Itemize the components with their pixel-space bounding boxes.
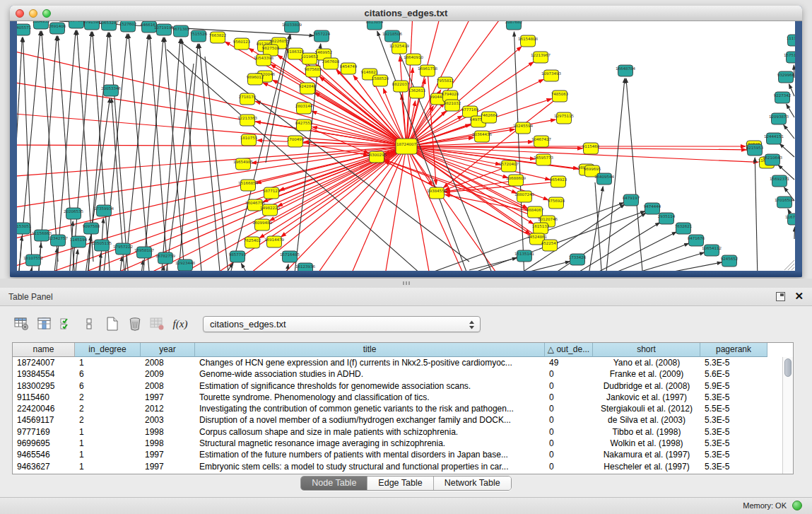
graph-node[interactable]: 15692371 — [770, 175, 789, 187]
graph-node[interactable]: 10653287 — [99, 21, 119, 30]
graph-node[interactable]: 16648784 — [616, 65, 635, 76]
graph-node[interactable]: 16914479 — [264, 236, 284, 247]
table-row[interactable]: 969969511998Structural magnetic resonanc… — [13, 438, 782, 449]
graph-node[interactable]: 16961758 — [418, 65, 437, 76]
graph-node[interactable]: 18807243 — [514, 191, 534, 202]
graph-node[interactable]: 12213363 — [237, 115, 257, 126]
memory-ok-indicator[interactable] — [792, 501, 802, 510]
graph-node[interactable]: 12923448 — [175, 259, 195, 271]
table-selector-dropdown[interactable]: citations_edges.txt — [203, 316, 481, 332]
column-header-short[interactable]: short — [593, 343, 700, 357]
graph-node[interactable]: 7515526 — [190, 30, 208, 42]
graph-node[interactable]: 7632621 — [675, 223, 693, 234]
function-builder-button[interactable]: f(x) — [170, 315, 190, 333]
graph-node[interactable]: 16154808 — [518, 35, 538, 47]
graph-node[interactable]: 10467427 — [531, 136, 551, 147]
graph-node[interactable]: 1733426 — [569, 254, 587, 265]
graph-node[interactable]: 15720407 — [499, 160, 519, 172]
column-header-year[interactable]: year — [141, 343, 195, 357]
graph-node[interactable]: 16210643 — [763, 154, 782, 165]
graph-node[interactable]: 9756928 — [548, 197, 565, 209]
graph-node[interactable]: 17957222 — [113, 243, 133, 255]
table-row[interactable]: 946362711997Embryonic stem cells: a mode… — [13, 461, 782, 472]
graph-node[interactable]: 9097588 — [83, 223, 100, 234]
table-row[interactable]: 977716911998Corpus callosum shape and si… — [13, 426, 782, 438]
graph-node[interactable]: 1700499 — [287, 136, 305, 147]
table-settings-button[interactable] — [12, 315, 32, 333]
graph-node[interactable]: 1019652 — [301, 53, 319, 64]
graph-node[interactable]: 10719195 — [154, 24, 174, 35]
graph-node[interactable]: 14982223 — [260, 204, 280, 216]
panel-divider[interactable] — [0, 279, 812, 288]
column-header-title[interactable]: title — [195, 343, 545, 357]
table-row[interactable]: 911546021997Tourette syndrome. Phenomeno… — [13, 392, 782, 403]
graph-node[interactable]: 10543398 — [254, 54, 273, 66]
graph-node[interactable]: 16958107 — [134, 247, 154, 258]
graph-node[interactable]: 7462664 — [481, 112, 498, 123]
graph-node[interactable]: 13505135 — [92, 240, 112, 251]
table-row[interactable]: 1938455462009Genome-wide association stu… — [13, 368, 782, 380]
graph-node[interactable]: 19654985 — [233, 158, 253, 170]
scrollbar-thumb[interactable] — [784, 358, 792, 377]
graph-node[interactable]: 18640910 — [404, 54, 423, 65]
row-height-button[interactable] — [80, 315, 100, 333]
column-header-pagerank[interactable]: pagerank — [700, 343, 767, 357]
graph-node[interactable]: 18107552 — [23, 255, 43, 266]
column-header-in_degree[interactable]: in_degree — [75, 343, 141, 357]
graph-node[interactable]: 2153051 — [17, 223, 31, 234]
graph-node[interactable]: 1527602 — [119, 21, 137, 32]
graph-node[interactable]: 18724007 — [396, 139, 417, 154]
network-window-titlebar[interactable]: citations_edges.txt — [10, 6, 802, 21]
graph-node[interactable]: 9227342 — [774, 92, 792, 103]
graph-node[interactable]: 16782759 — [155, 252, 175, 264]
network-canvas[interactable]: 2405571106495526914062897853979159910653… — [17, 21, 795, 271]
graph-node[interactable]: 18300295 — [367, 151, 387, 163]
graph-node[interactable]: 12093873 — [769, 113, 789, 124]
graph-node[interactable]: 15135141 — [514, 250, 534, 262]
graph-node[interactable]: 2405571 — [17, 24, 31, 35]
tab-node-table[interactable]: Node Table — [301, 477, 367, 490]
graph-node[interactable]: 5877123 — [263, 187, 281, 199]
graph-node[interactable]: 9474444 — [644, 203, 661, 214]
graph-node[interactable]: 15751074 — [784, 52, 795, 63]
graph-node[interactable]: 8471676 — [688, 235, 705, 246]
divider-handle-icon[interactable] — [403, 281, 411, 285]
graph-node[interactable]: 1362615 — [408, 87, 426, 98]
graph-node[interactable]: 8427552 — [295, 119, 313, 131]
table-row[interactable]: 1456911722003Disruption of a novel membe… — [13, 414, 782, 426]
show-column-button[interactable] — [35, 315, 54, 333]
graph-node[interactable]: 18245594 — [513, 122, 533, 134]
graph-node[interactable]: 8215953 — [746, 144, 764, 156]
graph-node[interactable]: 20206535 — [64, 208, 83, 219]
graph-node[interactable]: 15716485 — [280, 251, 300, 262]
delete-button[interactable] — [125, 315, 145, 333]
graph-node[interactable]: 8813054 — [366, 21, 384, 30]
graph-node[interactable]: 9821032 — [444, 100, 461, 111]
graph-node[interactable]: 15166854 — [238, 180, 258, 191]
graph-node[interactable]: 9560123 — [233, 38, 251, 49]
graph-node[interactable]: 12975115 — [554, 112, 574, 124]
graph-node[interactable]: 17359934 — [94, 205, 114, 216]
graph-node[interactable]: 10973493 — [541, 70, 561, 81]
column-header-name[interactable]: name — [13, 343, 75, 357]
graph-node[interactable]: 7625402 — [244, 237, 261, 248]
graph-node[interactable]: 2935114 — [658, 213, 676, 224]
graph-node[interactable]: 20364436 — [472, 131, 492, 142]
tab-edge-table[interactable]: Edge Table — [367, 477, 433, 490]
graph-node[interactable]: 19384554 — [427, 187, 447, 199]
new-file-button[interactable] — [102, 315, 122, 333]
graph-node[interactable]: 2691406 — [49, 23, 66, 34]
graph-node[interactable]: 9245652 — [721, 255, 739, 267]
graph-node[interactable]: 11675358 — [785, 214, 795, 225]
graph-node[interactable]: 7663822 — [209, 32, 227, 43]
graph-node[interactable]: 12342757 — [48, 235, 68, 246]
graph-node[interactable]: 9857791 — [229, 251, 247, 262]
graph-node[interactable]: 2803144 — [295, 103, 313, 114]
graph-node[interactable]: 1145194 — [70, 236, 88, 247]
column-header-out_de[interactable]: △ out_de... — [545, 343, 593, 357]
graph-node[interactable]: 14595773 — [534, 154, 553, 165]
graph-node[interactable]: 2967608 — [322, 58, 340, 69]
graph-node[interactable]: 9242848 — [299, 83, 317, 94]
table-row[interactable]: 946554611997Estimation of the future num… — [13, 449, 782, 460]
graph-node[interactable]: 20053346 — [101, 85, 121, 96]
